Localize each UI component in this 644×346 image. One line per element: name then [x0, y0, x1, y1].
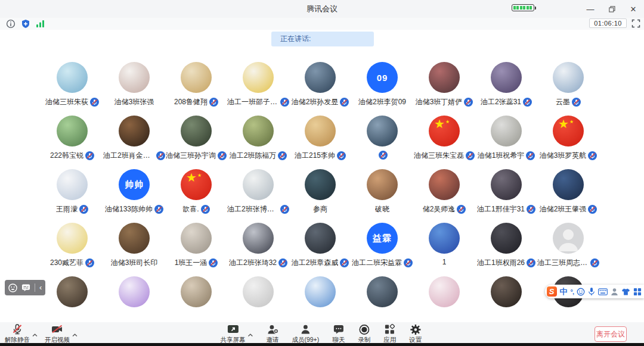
participant-tile[interactable]: 油工2张蕊31	[475, 62, 537, 116]
avatar	[57, 276, 88, 307]
participant-tile[interactable]: 油工2班张琦32	[227, 223, 289, 276]
unmute-button[interactable]: 解除静音	[5, 323, 30, 344]
ime-toolbox-icon[interactable]	[633, 288, 642, 296]
ime-keyboard-icon[interactable]	[598, 288, 608, 295]
participant-tile[interactable]: 破晓	[351, 169, 413, 223]
sogou-logo-icon[interactable]: S	[547, 286, 557, 297]
leave-meeting-button[interactable]: 离开会议	[595, 326, 627, 342]
participant-tile[interactable]: 油工2班章森威	[289, 223, 351, 276]
participant-tile[interactable]: 王雨濛	[41, 169, 103, 223]
ime-voice-icon[interactable]	[588, 287, 595, 296]
participant-tile[interactable]: 208鲁健翔	[165, 62, 227, 116]
participant-name-row: 油工一班邵子涵07	[227, 97, 289, 107]
participant-name-row: 油储133陈帅帅	[105, 204, 163, 214]
meeting-info-icon[interactable]	[6, 19, 16, 29]
participant-tile[interactable]: 油储三班孙宇询	[165, 116, 227, 169]
participant-tile[interactable]: ★★ 油储3班罗英航	[537, 116, 599, 169]
participant-tile[interactable]: ★★ 歆喜.	[165, 169, 227, 223]
participant-name-row: 油工2张蕊31	[481, 97, 532, 107]
participant-tile[interactable]: 油储三班朱荻	[41, 62, 103, 116]
emoji-reaction-icon[interactable]	[8, 283, 17, 292]
muted-mic-icon	[588, 205, 597, 214]
settings-button[interactable]: 设置	[409, 323, 422, 344]
participant-tile[interactable]: 油工1邢佳宇31	[475, 169, 537, 223]
members-button[interactable]: 成员(99+)	[292, 323, 319, 344]
participant-tile[interactable]: 油储3班丁婧俨	[413, 62, 475, 116]
avatar	[491, 276, 522, 307]
ime-emoji-icon[interactable]	[577, 288, 585, 296]
restore-button[interactable]	[601, 0, 623, 18]
muted-mic-icon	[340, 258, 349, 267]
share-screen-button[interactable]: 共享屏幕	[220, 323, 245, 344]
participant-tile[interactable]	[351, 116, 413, 169]
participant-name-row: 参商	[313, 204, 327, 214]
participant-tile[interactable]: 222韩宝锐	[41, 116, 103, 169]
participant-tile[interactable]: 云墨	[537, 62, 599, 116]
minimize-button[interactable]: —	[580, 0, 601, 18]
participant-tile[interactable]: 油工2班陈福万	[227, 116, 289, 169]
apps-button[interactable]: 应用	[383, 323, 396, 344]
network-signal-icon[interactable]	[36, 20, 45, 28]
ime-account-icon[interactable]	[611, 288, 618, 296]
avatar	[429, 62, 460, 93]
participant-name-row: 油工三班周志鹏13	[537, 258, 599, 268]
participant-tile[interactable]: 油储2班王肇强	[537, 169, 599, 223]
avatar	[243, 276, 274, 307]
security-shield-icon[interactable]	[21, 19, 30, 29]
participant-name: 油储2班李贺09	[358, 97, 406, 107]
participant-tile[interactable]: 油储1班祝希宇	[475, 116, 537, 169]
avatar	[429, 169, 460, 200]
invite-button[interactable]: 邀请	[266, 323, 278, 344]
participant-tile[interactable]: 1	[413, 223, 475, 276]
participant-tile[interactable]: 油储3班司长印	[103, 223, 165, 276]
participant-tile[interactable]: 油工215李帅	[289, 116, 351, 169]
close-button[interactable]: ✕	[623, 0, 644, 18]
video-options-chevron[interactable]	[72, 329, 78, 339]
avatar	[243, 169, 274, 200]
avatar: 09	[367, 62, 398, 93]
participant-name-row: 油工2班张博伦20	[227, 204, 289, 214]
participant-tile[interactable]: 1班王一涵	[165, 223, 227, 276]
collapse-chevron[interactable]: ‹	[39, 280, 42, 295]
participant-tile[interactable]: 09 油储2班李贺09	[351, 62, 413, 116]
participant-tile[interactable]: 帅帅 油储133陈帅帅	[103, 169, 165, 223]
fullscreen-icon[interactable]	[631, 19, 640, 28]
mic-options-chevron[interactable]	[32, 329, 38, 339]
participant-tile[interactable]: 参商	[289, 169, 351, 223]
avatar	[57, 223, 88, 254]
participant-name-row: 油储三班朱宝磊	[414, 151, 475, 161]
participant-tile[interactable]: 油储3班张强	[103, 62, 165, 116]
participant-tile[interactable]: 油工2班张博伦20	[227, 169, 289, 223]
participant-tile[interactable]: ★★ 油储三班朱宝磊	[413, 116, 475, 169]
participant-tile[interactable]: 益霖 油工二班宋益霖	[351, 223, 413, 276]
muted-mic-icon	[154, 205, 163, 214]
record-button[interactable]: 录制	[358, 323, 370, 344]
settings-gear-icon	[410, 324, 421, 335]
avatar	[181, 62, 212, 93]
participant-tile[interactable]: 油储2班孙发昱	[289, 62, 351, 116]
avatar	[429, 223, 460, 254]
avatar	[119, 62, 150, 93]
participant-name-row: 油储3班丁婧俨	[416, 97, 473, 107]
caption-chat-icon[interactable]	[21, 283, 30, 292]
ime-punctuation-toggle[interactable]: °,	[571, 288, 574, 295]
participant-tile[interactable]: 油工三班周志鹏13	[537, 223, 599, 276]
ime-skin-icon[interactable]	[621, 288, 630, 296]
participant-name: 油储三班朱宝磊	[414, 151, 464, 161]
participant-name-row: 1	[442, 258, 447, 266]
chat-button[interactable]: 聊天	[332, 323, 345, 344]
participant-tile[interactable]: 230臧艺菲	[41, 223, 103, 276]
participant-name: 222韩宝锐	[50, 151, 83, 161]
participant-tile[interactable]: 储2吴师逸	[413, 169, 475, 223]
participant-tile[interactable]: 油工2班肖金亮14	[103, 116, 165, 169]
participant-tile[interactable]: 油工1班权雨26	[475, 223, 537, 276]
participant-name-row: 1班王一涵	[175, 258, 218, 268]
ime-language-toggle[interactable]: 中	[560, 286, 568, 297]
share-options-chevron[interactable]	[247, 329, 253, 344]
participant-name-row: 油储3班罗英航	[540, 151, 597, 161]
participant-tile[interactable]: 油工一班邵子涵07	[227, 62, 289, 116]
start-video-button[interactable]: 开启视频	[45, 323, 70, 344]
participant-name: 油储2班王肇强	[540, 204, 587, 214]
participant-name-row: 油储2班孙发昱	[292, 97, 349, 107]
participant-name: 王雨濛	[56, 204, 78, 214]
